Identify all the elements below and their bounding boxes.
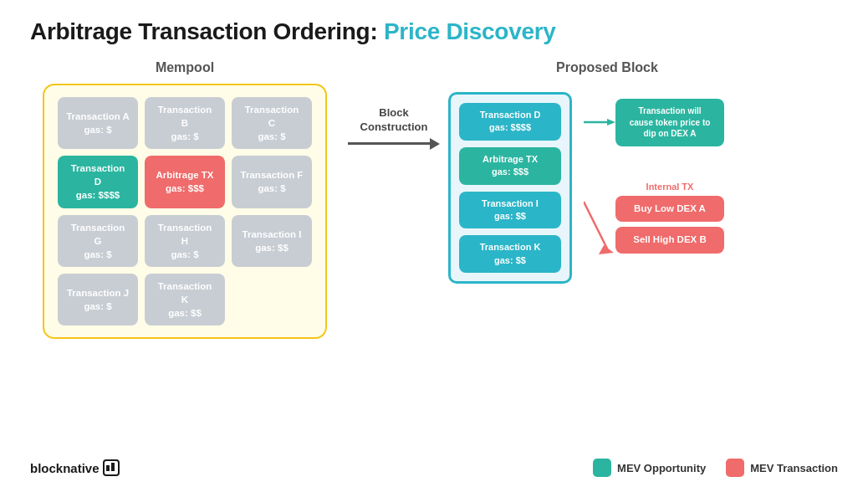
green-arrow-svg [584,115,615,130]
legend-swatch-teal [593,459,611,477]
tx-d-gas: gas: $$$$ [76,188,120,202]
tx-card-d: Transaction D gas: $$$$ [58,156,138,208]
proposed-content: Transaction D gas: $$$$ Arbitrage TX gas… [448,92,724,284]
tx-card-f: Transaction F gas: $ [232,156,312,208]
tx-card-a: Transaction A gas: $ [58,97,138,149]
tx-h-name: Transaction H [153,221,217,248]
tx-i-gas: gas: $$ [255,241,288,254]
tx-j-name: Transaction J [67,286,129,300]
tx-arb-name: Arbitrage TX [156,168,213,182]
tx-card-k: Transaction K gas: $$ [145,274,225,326]
legend-item-mev-transaction: MEV Transaction [726,459,838,477]
logo: blocknative [30,459,120,476]
ptx-k-name: Transaction K [467,241,553,254]
ptx-arb-name: Arbitrage TX [467,153,553,166]
tx-k-name: Transaction K [153,279,217,306]
ptx-d-gas: gas: $$$$ [467,121,553,134]
green-annotation: Transaction willcause token price todip … [615,99,724,146]
tx-b-name: Transaction B [153,103,217,130]
ptx-d: Transaction D gas: $$$$ [459,103,561,141]
proposed-block-label: Proposed Block [556,60,658,75]
proposed-label-row: Proposed Block [448,60,766,84]
internal-tx-label: Internal TX [615,182,724,192]
tx-f-gas: gas: $ [258,182,285,195]
mempool-box: Transaction A gas: $ Transaction B gas: … [43,84,327,339]
tx-g-name: Transaction G [66,221,130,248]
footer: blocknative MEV Opportunity MEV Transact… [30,459,838,477]
tx-i-name: Transaction I [243,228,302,241]
mempool-grid: Transaction A gas: $ Transaction B gas: … [58,97,312,326]
buy-low-box: Buy Low DEX A [615,196,724,223]
tx-c-name: Transaction C [240,103,304,130]
title-highlight: Price Discovery [384,18,556,44]
tx-card-g: Transaction G gas: $ [58,215,138,267]
page-title: Arbitrage Transaction Ordering: Price Di… [0,0,868,45]
block-box: Transaction D gas: $$$$ Arbitrage TX gas… [448,92,572,284]
tx-a-gas: gas: $ [84,123,111,136]
sell-high-box: Sell High DEX B [615,227,724,254]
logo-text: blocknative [30,461,100,475]
arrow-section: BlockConstruction [340,106,448,150]
tx-arb-gas: gas: $$$ [166,182,204,195]
diagram-area: Mempool Transaction A gas: $ Transaction… [0,45,868,339]
ptx-k: Transaction K gas: $$ [459,235,561,273]
tx-a-name: Transaction A [66,110,130,123]
tx-d-name: Transaction D [66,161,130,188]
tx-card-b: Transaction B gas: $ [145,97,225,149]
svg-marker-1 [607,119,615,126]
red-arrow-svg [584,198,615,261]
tx-card-h: Transaction H gas: $ [145,215,225,267]
legend-swatch-red [726,459,744,477]
tx-g-gas: gas: $ [84,248,111,261]
legend-label-mev-opportunity: MEV Opportunity [617,462,706,474]
ptx-d-name: Transaction D [467,109,553,121]
svg-rect-5 [106,465,110,471]
arrow-shaft [348,142,430,145]
tx-card-i: Transaction I gas: $$ [232,215,312,267]
proposed-block-section: Proposed Block Transaction D gas: $$$$ A… [448,60,766,284]
legend: MEV Opportunity MEV Transaction [593,459,838,477]
mempool-section: Mempool Transaction A gas: $ Transaction… [30,60,340,339]
ptx-i-name: Transaction I [467,197,553,210]
arrow-line [348,138,440,150]
svg-line-2 [584,202,607,249]
ptx-k-gas: gas: $$ [467,254,553,267]
tx-b-gas: gas: $ [171,130,198,143]
ptx-arb: Arbitrage TX gas: $$$ [459,147,561,185]
tx-c-gas: gas: $ [258,130,285,143]
logo-icon [103,459,120,476]
legend-label-mev-transaction: MEV Transaction [750,462,838,474]
ptx-i-gas: gas: $$ [467,210,553,223]
tx-h-gas: gas: $ [171,248,198,261]
ptx-arb-gas: gas: $$$ [467,166,553,178]
tx-card-j: Transaction J gas: $ [58,274,138,326]
tx-card-arb: Arbitrage TX gas: $$$ [145,156,225,208]
tx-j-gas: gas: $ [84,300,111,313]
arrow-head [430,138,440,150]
mempool-label: Mempool [156,60,214,75]
tx-k-gas: gas: $$ [168,306,202,320]
svg-rect-6 [111,463,115,471]
legend-item-mev-opportunity: MEV Opportunity [593,459,706,477]
ptx-i: Transaction I gas: $$ [459,192,561,229]
tx-f-name: Transaction F [241,168,304,182]
arrow-label: BlockConstruction [360,106,428,135]
tx-card-c: Transaction C gas: $ [232,97,312,149]
title-prefix: Arbitrage Transaction Ordering: [30,18,384,44]
